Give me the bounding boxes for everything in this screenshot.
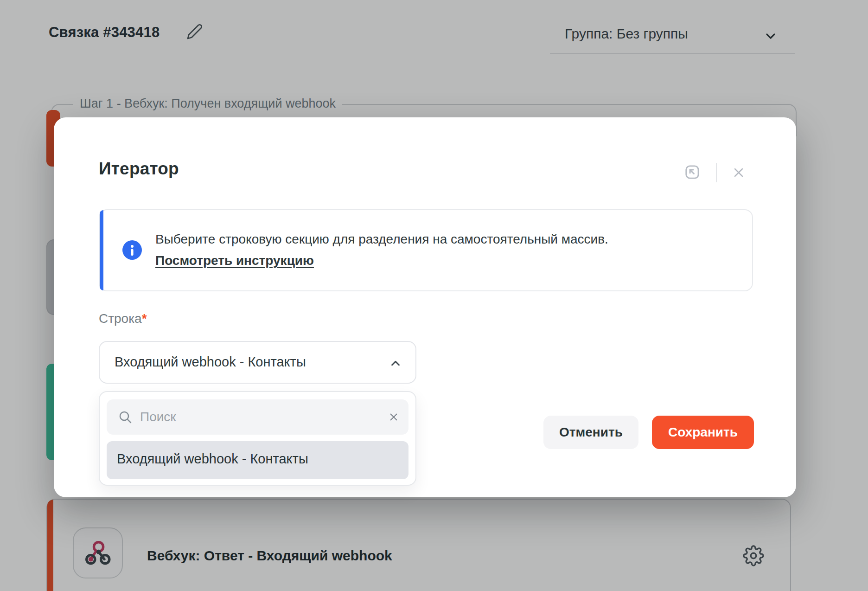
dropdown-search-field[interactable] bbox=[107, 399, 408, 435]
pop-in-arrow-icon[interactable] bbox=[683, 162, 702, 182]
search-icon bbox=[118, 410, 133, 424]
instruction-link[interactable]: Посмотреть инструкцию bbox=[155, 250, 608, 271]
dropdown-option-selected[interactable]: Входящий webhook - Контакты bbox=[107, 441, 408, 479]
info-circle-icon bbox=[122, 240, 142, 260]
string-select-value: Входящий webhook - Контакты bbox=[115, 354, 306, 370]
save-button[interactable]: Сохранить bbox=[652, 416, 754, 449]
iterator-modal: Итератор Выберите строковую секцию для р… bbox=[54, 117, 796, 497]
info-banner: Выберите строковую секцию для разделения… bbox=[99, 209, 753, 291]
icon-divider bbox=[716, 163, 717, 182]
search-input[interactable] bbox=[140, 399, 372, 435]
modal-title: Итератор bbox=[99, 159, 179, 179]
info-message: Выберите строковую секцию для разделения… bbox=[155, 232, 608, 246]
required-asterisk: * bbox=[142, 311, 147, 326]
cancel-button[interactable]: Отменить bbox=[543, 416, 638, 449]
string-select-dropdown: Входящий webhook - Контакты bbox=[99, 391, 416, 486]
string-field-label: Строка* bbox=[99, 311, 147, 326]
close-icon[interactable] bbox=[730, 164, 747, 181]
info-banner-text: Выберите строковую секцию для разделения… bbox=[155, 229, 608, 271]
dropdown-option-label: Входящий webhook - Контакты bbox=[117, 451, 308, 467]
info-banner-accent bbox=[100, 210, 103, 290]
string-select[interactable]: Входящий webhook - Контакты bbox=[99, 341, 416, 384]
clear-x-icon[interactable] bbox=[387, 411, 400, 424]
chevron-up-icon bbox=[389, 356, 402, 370]
